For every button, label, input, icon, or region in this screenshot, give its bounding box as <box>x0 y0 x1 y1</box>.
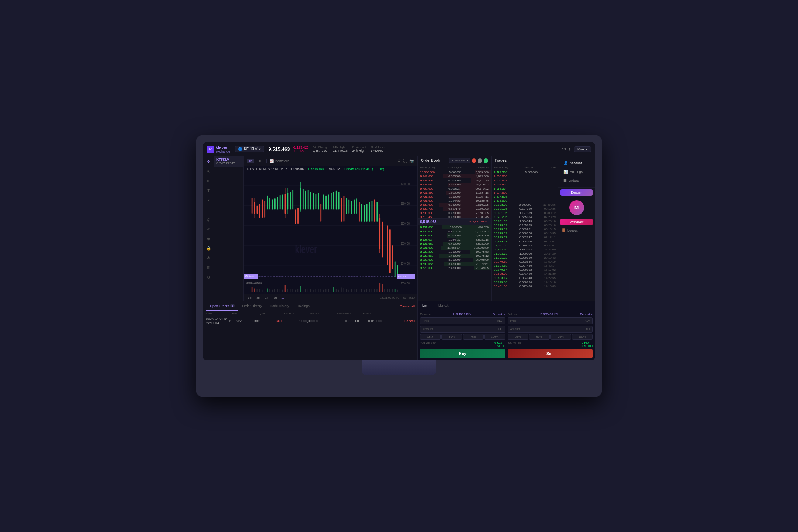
ob-buy-only-btn[interactable] <box>484 158 488 163</box>
ob-ask-row[interactable]: 9,518.460 0.750000 7,138.845 <box>418 215 491 218</box>
trade-row[interactable]: 10,773.82 0.009281 05:19:15 <box>492 227 558 231</box>
ob-sell-only-btn[interactable] <box>472 158 476 163</box>
tool-eye[interactable]: 👁 <box>205 255 212 261</box>
trade-row[interactable]: 10,033.90 0.000000 10.40256 <box>492 203 558 207</box>
tool-circle[interactable]: ◎ <box>205 216 212 223</box>
ob-bid-row[interactable]: 9,400.000 0.717276 6,742.403 <box>418 229 491 233</box>
lang-selector[interactable]: EN | $ <box>561 147 570 151</box>
trade-row[interactable]: 9,614.620 <box>492 191 558 195</box>
sell-pct-75[interactable]: 75% <box>550 334 571 340</box>
trade-row[interactable]: 11,171.32 0.000089 20:19:43 <box>492 256 558 260</box>
ob-bid-row[interactable]: 9,158.024 1.024433 8,868.518 <box>418 238 491 242</box>
order-cancel-button[interactable]: Cancel <box>391 319 415 323</box>
buy-pct-100[interactable]: 100% <box>484 334 505 340</box>
tf-3m[interactable]: 3m <box>255 296 262 300</box>
ob-ask-row[interactable]: 9,680.000 0.269703 2,610.725 <box>418 203 491 207</box>
sell-button[interactable]: Sell <box>508 349 593 358</box>
tool-cross[interactable]: ✕ <box>205 197 212 204</box>
tab-open-orders[interactable]: Open Orders 1 <box>206 301 238 311</box>
ob-ask-row[interactable]: 9,701.000 1.024433 10,138.45 <box>418 199 491 203</box>
sell-price-input[interactable]: Price KLV <box>508 317 593 324</box>
tool-crosshair[interactable]: ✛ <box>205 158 212 165</box>
ob-bid-row[interactable]: 8,800.000 3.010000 26,498.00 <box>418 258 491 262</box>
trade-row[interactable]: 11,047.04 0.030163 00:24:07 <box>492 243 558 248</box>
ob-ask-row[interactable]: 10,000.000 5.000000 5,009.500 <box>418 170 491 174</box>
withdraw-button[interactable]: Withdraw <box>560 219 593 225</box>
account-menu-orders[interactable]: ☰ Orders <box>560 176 593 185</box>
sell-pct-100[interactable]: 100% <box>572 334 593 340</box>
ob-ask-row[interactable]: 9,909.462 0.500000 24,377.25 <box>418 178 491 183</box>
trade-row[interactable]: 10,942.76 1.833562 22:32:00 <box>492 248 558 252</box>
tab-trade-history[interactable]: Trade History <box>266 301 293 311</box>
tool-lines[interactable]: ≡ <box>205 207 212 213</box>
trade-row[interactable]: 9,593.564 <box>492 187 558 191</box>
ob-bid-row[interactable]: 8,922.860 1.460000 10,975.12 <box>418 254 491 258</box>
chart-scale-log[interactable]: log <box>403 296 407 299</box>
ob-ask-row[interactable]: 9,760.000 0.006227 60,775.52 <box>418 187 491 191</box>
sell-pct-25[interactable]: 25% <box>508 334 528 340</box>
account-menu-account[interactable]: 👤 Account <box>560 158 593 167</box>
trade-row[interactable]: 9,674.595 <box>492 195 558 199</box>
trade-row[interactable]: 10,773.92 0.185635 05:20:10 <box>492 223 558 227</box>
buy-button[interactable]: Buy <box>420 349 505 358</box>
trade-row[interactable]: 10,773.82 0.000928 05:19:35 <box>492 231 558 235</box>
tool-cursor[interactable]: ↖ <box>205 168 212 175</box>
ob-bid-row[interactable]: 9,250.000 0.500000 4,625.000 <box>418 233 491 238</box>
chart-settings-icon[interactable]: ⚙ <box>397 158 401 163</box>
trade-row[interactable]: 10,625.80 0.000796 14:19:18 <box>492 280 558 284</box>
trade-row[interactable]: 9,823.205 0.565084 07:28:29 <box>492 215 558 219</box>
pair-item-kfi-klv[interactable]: KFI/KLV 8,347.79347 <box>214 156 243 167</box>
ob-bid-row[interactable]: 8,678.600 2.460000 21,349.35 <box>418 266 491 270</box>
buy-pct-75[interactable]: 75% <box>463 334 484 340</box>
buy-pct-50[interactable]: 50% <box>441 334 462 340</box>
cancel-all-button[interactable]: Cancel all <box>400 304 415 308</box>
tab-holdings[interactable]: Holdings <box>293 301 313 311</box>
trade-row[interactable]: 10,081.95 0.127389 08:10:36 <box>492 207 558 211</box>
chart-scale-auto[interactable]: auto <box>409 296 415 299</box>
trade-row[interactable]: 9,500.000 <box>492 174 558 178</box>
sell-deposit-link[interactable]: Deposit > <box>580 313 593 316</box>
ob-ask-row[interactable]: 9,721.230 1.230000 11,957.11 <box>418 195 491 199</box>
ob-bid-row[interactable]: 9,001.000 11.55597 103,003.80 <box>418 246 491 250</box>
trade-row[interactable]: 10,849.64 0.000092 16:17:02 <box>492 268 558 272</box>
tab-order-history[interactable]: Order History <box>238 301 266 311</box>
tool-magnet[interactable]: ⊕ <box>205 235 212 242</box>
trade-row[interactable]: 10,781.99 1.854943 05:20:18 <box>492 219 558 223</box>
buy-price-input[interactable]: Price KLV <box>420 317 505 324</box>
trade-row[interactable]: 10,740.68 0.333646 17:59:19 <box>492 260 558 264</box>
chart-snapshot-icon[interactable]: 📷 <box>409 158 415 163</box>
tool-text[interactable]: T <box>205 187 212 194</box>
timeframe-D[interactable]: D <box>257 159 263 163</box>
trade-row[interactable]: 9,515.000 <box>492 199 558 203</box>
account-menu-logout[interactable]: 🚪 Logout <box>558 226 595 235</box>
trade-row[interactable]: 10,999.27 0.058000 03:17:01 <box>492 239 558 243</box>
user-button[interactable]: Maik ▾ <box>574 146 591 152</box>
buy-pct-25[interactable]: 25% <box>420 334 441 340</box>
trade-row[interactable]: 10,633.17 0.894048 14:22:55 <box>492 276 558 280</box>
ob-both-btn[interactable] <box>478 158 482 163</box>
ob-ask-row[interactable]: 9,947.000 0.500000 4,973.500 <box>418 174 491 178</box>
trade-row[interactable]: 11,084.68 0.027460 16:43:14 <box>492 264 558 268</box>
decimals-button[interactable]: 3 Decimals ▾ <box>449 158 470 163</box>
timeframe-1h[interactable]: 1h <box>247 159 254 163</box>
trade-row[interactable]: 10,999.27 0.043637 03:18:11 <box>492 235 558 239</box>
tf-1m[interactable]: 1m <box>264 296 270 300</box>
tool-pen[interactable]: ✏ <box>205 178 212 184</box>
trade-row[interactable]: 9,487.220 5.000000 <box>492 170 558 174</box>
ob-bid-row[interactable]: 9,401.000 0.050000 470.050 <box>418 225 491 229</box>
trade-row[interactable]: 10,401.00 0.077400 14:10:09 <box>492 284 558 288</box>
sell-amount-input[interactable]: Amount KFI <box>508 326 593 333</box>
pair-selector[interactable]: 🔵 KFI/KLV ▾ <box>235 146 264 152</box>
ob-ask-row[interactable]: 9,909.080 2.460000 24,376.53 <box>418 183 491 187</box>
ob-ask-row[interactable]: 9,533.580 0.750000 7,150.035 <box>418 211 491 215</box>
buy-deposit-link[interactable]: Deposit > <box>492 313 505 316</box>
trade-row[interactable]: 11,103.75 1.000000 20:34:20 <box>492 252 558 256</box>
tool-trash[interactable]: 🗑 <box>205 264 212 271</box>
trade-row[interactable]: 10,081.95 1.127389 08:09:12 <box>492 211 558 215</box>
tool-lock[interactable]: 🔒 <box>205 245 212 252</box>
buy-amount-input[interactable]: Amount KFI <box>420 326 505 333</box>
indicators-button[interactable]: 📈 Indicators <box>270 159 289 163</box>
chart-expand-icon[interactable]: ⛶ <box>403 158 407 163</box>
tf-6m[interactable]: 6m <box>247 296 253 300</box>
trading-tab-market[interactable]: Market <box>434 301 453 310</box>
